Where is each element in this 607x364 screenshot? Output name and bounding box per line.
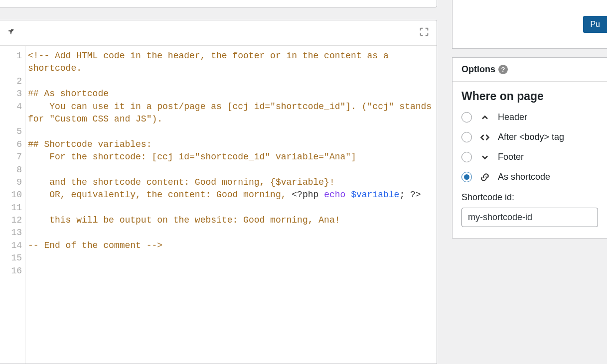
- chevron-down-icon: [479, 152, 491, 162]
- code-content[interactable]: <!-- Add HTML code in the header, the fo…: [25, 46, 437, 364]
- help-icon[interactable]: ?: [498, 65, 508, 74]
- radio-label: Footer: [498, 152, 524, 162]
- link-icon: [479, 172, 491, 182]
- radio-input[interactable]: [461, 152, 472, 162]
- publish-metabox: Pu: [452, 0, 607, 49]
- radio-label: After <body> tag: [498, 132, 564, 142]
- options-header[interactable]: Options ?: [453, 58, 607, 82]
- fullscreen-icon[interactable]: [419, 26, 430, 39]
- top-input-box: [0, 0, 437, 7]
- shortcode-id-label: Shortcode id:: [461, 192, 598, 203]
- radio-input[interactable]: [461, 112, 472, 122]
- where-on-page-heading: Where on page: [461, 90, 598, 103]
- radio-input[interactable]: [461, 132, 472, 142]
- options-body: Where on page Header After <body> tag: [453, 82, 607, 238]
- editor-toolbar: [0, 20, 437, 46]
- code-area[interactable]: 1 234 5678910111213141516 <!-- Add HTML …: [0, 46, 437, 364]
- code-icon: [479, 132, 491, 142]
- radio-option-footer[interactable]: Footer: [461, 152, 598, 162]
- pin-icon: [7, 26, 18, 39]
- options-title: Options: [461, 64, 495, 75]
- code-editor: 1 234 5678910111213141516 <!-- Add HTML …: [0, 20, 437, 364]
- radio-option-after-body[interactable]: After <body> tag: [461, 132, 598, 142]
- radio-option-header[interactable]: Header: [461, 112, 598, 122]
- shortcode-id-input[interactable]: [461, 208, 598, 227]
- radio-label: As shortcode: [498, 172, 550, 182]
- where-radio-group: Header After <body> tag Footer: [461, 112, 598, 182]
- publish-button[interactable]: Pu: [583, 16, 607, 33]
- right-sidebar: Pu Options ? Where on page Header: [452, 0, 607, 239]
- radio-input[interactable]: [461, 172, 472, 182]
- radio-option-shortcode[interactable]: As shortcode: [461, 172, 598, 182]
- chevron-up-icon: [479, 113, 491, 122]
- line-gutter: 1 234 5678910111213141516: [0, 46, 25, 364]
- radio-label: Header: [498, 112, 527, 122]
- options-metabox: Options ? Where on page Header A: [452, 57, 607, 239]
